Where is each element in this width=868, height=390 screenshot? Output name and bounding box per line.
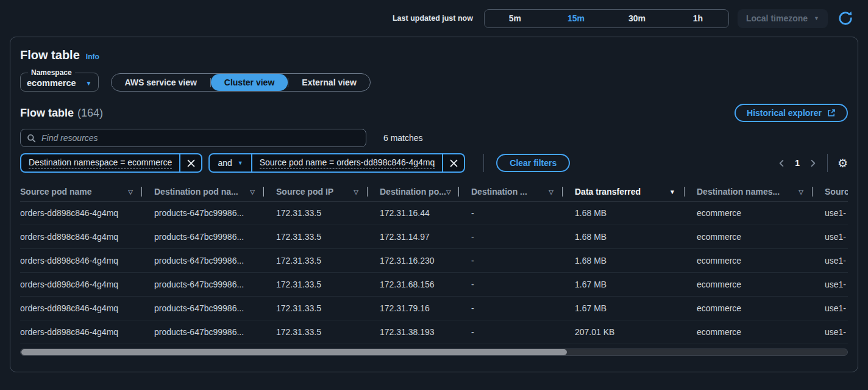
- sortable-icon: ▽: [128, 189, 133, 195]
- table-row: orders-dd898c846-4g4mqproducts-647bc9998…: [20, 273, 848, 297]
- table-row: orders-dd898c846-4g4mqproducts-647bc9998…: [20, 297, 848, 320]
- cell-data-transferred: 1.68 MB: [563, 256, 685, 265]
- search-placeholder: Find resources: [41, 133, 98, 143]
- cell-data-transferred: 1.68 MB: [563, 208, 685, 218]
- remove-filter-button[interactable]: [443, 154, 464, 172]
- cell-source-pod-ip: 172.31.33.5: [264, 232, 368, 242]
- cell-source-pod-name: orders-dd898c846-4g4mq: [20, 327, 142, 337]
- column-header-destination[interactable]: Destination ...▽: [459, 182, 563, 201]
- filter-operator-dropdown[interactable]: and ▼: [210, 154, 251, 172]
- cell-destination: -: [459, 327, 563, 337]
- cell-source: use1-: [813, 327, 848, 337]
- table-row: orders-dd898c846-4g4mqproducts-647bc9998…: [20, 249, 848, 273]
- cell-source: use1-: [813, 256, 848, 265]
- filter-token-source-pod-name: and ▼ Source pod name = orders-dd898c846…: [208, 153, 465, 173]
- sort-descending-icon: ▼: [669, 189, 675, 195]
- tab-aws-service-view[interactable]: AWS service view: [112, 74, 210, 91]
- cell-destination-names: ecommerce: [685, 280, 813, 289]
- cell-destination-po: 172.31.14.97: [368, 232, 459, 242]
- cell-source-pod-ip: 172.31.33.5: [264, 303, 368, 313]
- close-icon: [187, 159, 195, 167]
- cell-destination: -: [459, 280, 563, 289]
- cell-destination: -: [459, 208, 563, 218]
- time-range-15m[interactable]: 15m: [546, 10, 607, 27]
- filter-token-label[interactable]: Source pod name = orders-dd898c846-4g4mq: [260, 157, 435, 169]
- panel-header: Flow table Info: [20, 48, 848, 62]
- filter-row: Destination namespace = ecommerce and ▼ …: [20, 153, 848, 173]
- column-label: Destination pod na...: [154, 187, 238, 197]
- cell-source-pod-ip: 172.31.33.5: [264, 327, 368, 337]
- tab-cluster-view[interactable]: Cluster view: [211, 74, 288, 91]
- cell-source-pod-name: orders-dd898c846-4g4mq: [20, 208, 142, 218]
- table-row: orders-dd898c846-4g4mqproducts-647bc9998…: [20, 320, 848, 344]
- top-toolbar: Last updated just now 5m15m30m1h Local t…: [0, 0, 868, 37]
- filter-token-label[interactable]: Destination namespace = ecommerce: [29, 157, 172, 169]
- refresh-button[interactable]: [836, 9, 855, 27]
- previous-page-button[interactable]: [778, 159, 786, 167]
- cell-destination-pod-na: products-647bc99986...: [142, 280, 264, 289]
- cell-source-pod-ip: 172.31.33.5: [264, 280, 368, 289]
- namespace-value: ecommerce: [27, 78, 76, 88]
- chevron-right-icon: [809, 159, 817, 167]
- cell-destination-names: ecommerce: [685, 327, 813, 337]
- external-link-icon: [827, 109, 836, 117]
- table-title: Flow table: [20, 107, 74, 119]
- column-header-source-pod-ip[interactable]: Source pod IP▽: [264, 182, 368, 201]
- sortable-icon: ▽: [354, 189, 358, 195]
- refresh-icon: [838, 10, 853, 26]
- cell-destination-names: ecommerce: [685, 208, 813, 218]
- cell-source-pod-name: orders-dd898c846-4g4mq: [20, 256, 142, 265]
- cell-destination-po: 172.31.16.230: [368, 256, 459, 265]
- cell-source: use1-: [813, 208, 848, 218]
- view-segmented-control: AWS service viewCluster viewExternal vie…: [111, 73, 371, 92]
- cell-destination-pod-na: products-647bc99986...: [142, 256, 264, 265]
- sortable-icon: ▽: [250, 189, 255, 195]
- search-input[interactable]: Find resources: [20, 129, 366, 147]
- cell-destination: -: [459, 232, 563, 242]
- column-label: Source ...: [825, 187, 848, 197]
- column-label: Destination po...: [380, 187, 446, 197]
- table-row: orders-dd898c846-4g4mqproducts-647bc9998…: [20, 201, 848, 225]
- table-row: orders-dd898c846-4g4mqproducts-647bc9998…: [20, 225, 848, 249]
- column-header-source[interactable]: Source ...▽: [813, 182, 848, 201]
- cell-source: use1-: [813, 280, 848, 289]
- remove-filter-button[interactable]: [180, 154, 201, 172]
- column-header-destination-names[interactable]: Destination names...▽: [685, 182, 813, 201]
- cell-data-transferred: 1.67 MB: [563, 303, 685, 313]
- horizontal-scrollbar[interactable]: [20, 348, 848, 356]
- cell-destination-names: ecommerce: [685, 303, 813, 313]
- cell-destination-po: 172.31.16.44: [368, 208, 459, 218]
- column-label: Source pod name: [20, 187, 91, 197]
- timezone-button[interactable]: Local timezone ▼: [738, 9, 828, 28]
- cell-source-pod-name: orders-dd898c846-4g4mq: [20, 232, 142, 242]
- column-label: Destination names...: [697, 187, 780, 197]
- column-label: Destination ...: [471, 187, 527, 197]
- current-page-number[interactable]: 1: [795, 158, 800, 168]
- time-range-5m[interactable]: 5m: [485, 10, 546, 27]
- info-link[interactable]: Info: [86, 52, 99, 61]
- table-settings-button[interactable]: ⚙: [838, 157, 848, 169]
- historical-explorer-button[interactable]: Historical explorer: [735, 104, 848, 122]
- flow-table: Source pod name▽Destination pod na...▽So…: [20, 182, 848, 344]
- scrollbar-thumb[interactable]: [21, 349, 567, 355]
- column-header-data-transferred[interactable]: Data transferred▼: [563, 182, 685, 201]
- chevron-down-icon: ▼: [814, 15, 819, 21]
- vertical-divider: [827, 154, 828, 172]
- search-row: Find resources 6 matches: [20, 129, 848, 147]
- cell-source: use1-: [813, 232, 848, 242]
- table-body: orders-dd898c846-4g4mqproducts-647bc9998…: [20, 201, 848, 344]
- historical-explorer-label: Historical explorer: [747, 108, 822, 118]
- time-range-1h[interactable]: 1h: [667, 10, 728, 27]
- next-page-button[interactable]: [809, 159, 817, 167]
- column-header-source-pod-name[interactable]: Source pod name▽: [20, 182, 142, 201]
- column-header-destination-pod-na[interactable]: Destination pod na...▽: [142, 182, 264, 201]
- vertical-divider: [483, 154, 484, 172]
- clear-filters-button[interactable]: Clear filters: [496, 154, 570, 172]
- sortable-icon: ▽: [549, 189, 553, 195]
- time-range-30m[interactable]: 30m: [607, 10, 667, 27]
- namespace-select[interactable]: Namespace ecommerce ▼: [20, 68, 99, 92]
- tab-external-view[interactable]: External view: [288, 74, 370, 91]
- cell-destination-po: 172.31.79.16: [368, 303, 459, 313]
- chevron-left-icon: [778, 159, 786, 167]
- column-header-destination-po[interactable]: Destination po...▽: [368, 182, 459, 201]
